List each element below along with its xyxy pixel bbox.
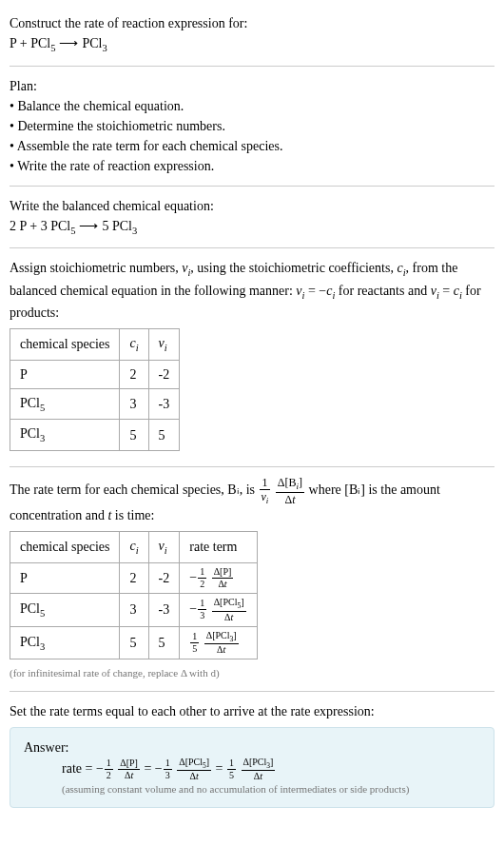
cell-c: 2 xyxy=(120,562,148,593)
cell-nu: -3 xyxy=(148,594,180,627)
intro-section: Construct the rate of reaction expressio… xyxy=(10,8,494,62)
cell-species: P xyxy=(10,562,120,593)
balanced-title: Write the balanced chemical equation: xyxy=(10,196,494,216)
plan-list: • Balance the chemical equation. • Deter… xyxy=(10,96,494,176)
cell-nu: -2 xyxy=(148,360,180,388)
cell-species: P xyxy=(10,360,120,388)
cell-rate: −12 Δ[P]Δt xyxy=(180,562,257,593)
col-header: chemical species xyxy=(10,532,120,563)
cell-species: PCl3 xyxy=(10,626,120,659)
rate-term-note: (for infinitesimal rate of change, repla… xyxy=(10,665,494,681)
table-row: chemical species ci νi rate term xyxy=(10,532,258,563)
col-header: rate term xyxy=(180,532,257,563)
divider xyxy=(10,466,494,467)
balanced-equation: 2 P + 3 PCl5⟶5 PCl3 xyxy=(10,216,494,239)
cell-species: PCl5 xyxy=(10,388,120,420)
stoich-intro: Assign stoichiometric numbers, νi, using… xyxy=(10,258,494,323)
cell-c: 5 xyxy=(120,626,148,659)
plan-item: • Assemble the rate term for each chemic… xyxy=(10,136,494,156)
stoich-section: Assign stoichiometric numbers, νi, using… xyxy=(10,252,494,463)
intro-equation: P + PCl5⟶PCl3 xyxy=(10,33,494,56)
cell-c: 3 xyxy=(120,388,148,420)
answer-note: (assuming constant volume and no accumul… xyxy=(24,781,480,797)
cell-species: PCl5 xyxy=(10,594,120,627)
frac-one-over-nu: 1νi xyxy=(260,477,271,505)
table-row: PCl5 3 -3 −13 Δ[PCl5]Δt xyxy=(10,594,258,627)
col-header: chemical species xyxy=(10,329,120,361)
col-header: ci xyxy=(120,532,148,563)
table-row: PCl3 5 5 15 Δ[PCl3]Δt xyxy=(10,626,258,659)
table-row: PCl5 3 -3 xyxy=(10,388,180,420)
divider xyxy=(10,247,494,248)
table-row: chemical species ci νi xyxy=(10,329,180,361)
cell-nu: 5 xyxy=(148,420,180,451)
cell-rate: −13 Δ[PCl5]Δt xyxy=(180,594,257,627)
answer-expression: rate = −12 Δ[P]Δt = −13 Δ[PCl5]Δt = 15 Δ… xyxy=(24,758,480,782)
divider xyxy=(10,186,494,187)
answer-label: Answer: xyxy=(24,738,480,758)
intro-prompt: Construct the rate of reaction expressio… xyxy=(10,13,494,33)
rate-term-table: chemical species ci νi rate term P 2 -2 … xyxy=(10,531,258,659)
stoich-table: chemical species ci νi P 2 -2 PCl5 3 -3 … xyxy=(10,328,180,451)
answer-box: Answer: rate = −12 Δ[P]Δt = −13 Δ[PCl5]Δ… xyxy=(10,727,494,808)
table-row: PCl3 5 5 xyxy=(10,420,180,451)
table-row: P 2 -2 −12 Δ[P]Δt xyxy=(10,562,258,593)
text: Assign stoichiometric numbers, xyxy=(10,261,182,275)
cell-nu: -2 xyxy=(148,562,180,593)
cell-species: PCl3 xyxy=(10,420,120,451)
text: is time: xyxy=(111,508,154,522)
plan-item: • Balance the chemical equation. xyxy=(10,96,494,116)
cell-nu: 5 xyxy=(148,626,180,659)
plan-section: Plan: • Balance the chemical equation. •… xyxy=(10,70,494,182)
divider xyxy=(10,691,494,692)
cell-c: 3 xyxy=(120,594,148,627)
rate-term-section: The rate term for each chemical species,… xyxy=(10,471,494,687)
rate-term-intro: The rate term for each chemical species,… xyxy=(10,477,494,525)
cell-rate: 15 Δ[PCl3]Δt xyxy=(180,626,257,659)
final-section: Set the rate terms equal to each other t… xyxy=(10,696,494,814)
balanced-section: Write the balanced chemical equation: 2 … xyxy=(10,190,494,245)
rate-label: rate = xyxy=(62,761,96,776)
cell-nu: -3 xyxy=(148,388,180,420)
final-title: Set the rate terms equal to each other t… xyxy=(10,701,494,721)
col-header: ci xyxy=(120,329,148,361)
plan-item: • Determine the stoichiometric numbers. xyxy=(10,116,494,136)
cell-c: 5 xyxy=(120,420,148,451)
text: , using the stoichiometric coefficients, xyxy=(190,261,397,275)
text: The rate term for each chemical species,… xyxy=(10,482,259,497)
table-row: P 2 -2 xyxy=(10,360,180,388)
plan-title: Plan: xyxy=(10,76,494,96)
divider xyxy=(10,66,494,67)
plan-item: • Write the rate of reaction expression. xyxy=(10,156,494,176)
col-header: νi xyxy=(148,532,180,563)
frac-delta-b: Δ[Bi]Δt xyxy=(276,477,304,505)
col-header: νi xyxy=(148,329,180,361)
cell-c: 2 xyxy=(120,360,148,388)
